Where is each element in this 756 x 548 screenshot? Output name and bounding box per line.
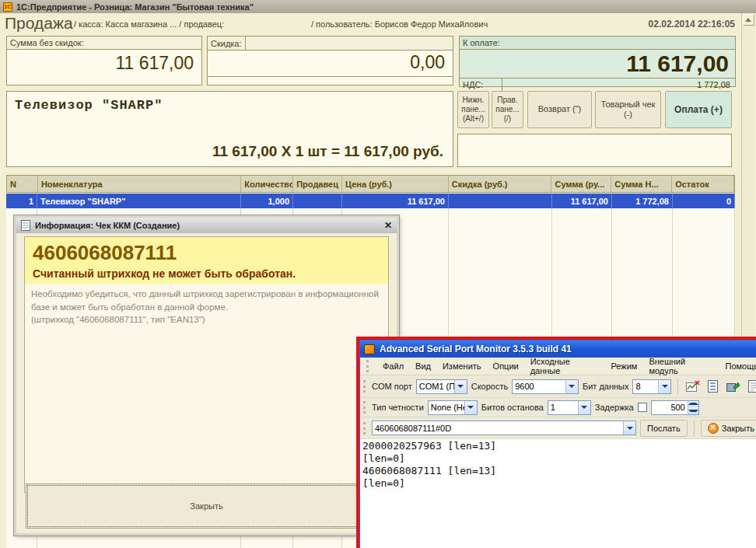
menu-options[interactable]: Опции [493,361,519,371]
chevron-down-icon[interactable] [464,401,477,414]
toolbar-separator [677,379,678,394]
menu-file[interactable]: Файл [383,361,404,371]
message-box [457,134,732,167]
chevron-down-icon[interactable] [623,421,635,435]
column-header-sum-vat[interactable]: Сумма Н... [611,176,672,192]
send-data-input[interactable]: 4606068087111#0D [372,421,636,435]
window-title: 1С:Предприятие - Розница: Магазин "Бытов… [16,2,254,12]
serial-titlebar[interactable]: Advanced Serial Port Monitor 3.5.3 build… [360,340,756,358]
row-cell-discount [449,194,552,208]
spin-up-icon[interactable] [688,401,698,408]
serial-close-button[interactable]: ✕ Закрыть [701,420,756,437]
log-icon[interactable] [745,379,756,394]
payment-button[interactable]: Оплата (+) [665,91,732,128]
parity-label: Тип четности [372,403,424,412]
stop-bits-value: 1 [548,403,578,412]
serial-output-log[interactable]: 2000020257963 [len=13] [len=0] 460606808… [360,439,756,548]
parity-select[interactable]: None (Не [428,400,478,415]
menu-edit[interactable]: Изменить [443,361,481,371]
delay-checkbox[interactable] [638,403,647,412]
delay-spinner[interactable]: 500 [651,400,699,415]
serial-toolbar-parity: Тип четности None (Не Битов останова 1 З… [360,398,756,417]
menu-plugin[interactable]: Внешний модуль [649,357,713,375]
column-header-quantity[interactable]: Количество [241,176,293,192]
vat-label: НДС: [460,79,502,91]
output-line: 4606068087111 [len=13] [362,465,756,477]
close-circle-icon: ✕ [708,423,719,434]
column-header-price[interactable]: Цена (руб.) [342,176,449,192]
right-panel-button[interactable]: Прав. пане... (/) [492,91,523,128]
dialog-titlebar[interactable]: Информация: Чек ККМ (Создание) ✕ [16,218,397,233]
data-format-icon[interactable] [705,379,721,394]
page-title: Продажа [5,14,73,33]
discount-panel: Скидка: 0,00 [207,36,453,86]
chevron-down-icon[interactable] [578,401,590,414]
sales-receipt-button[interactable]: Товарный чек (-) [595,91,661,128]
scroll-up-button[interactable] [743,14,754,26]
menu-help[interactable]: Помощь [726,361,756,371]
toolbar-grip [363,380,366,393]
com-port-value: COM1 (П [417,382,454,391]
chevron-down-icon[interactable] [658,380,670,393]
error-description: Необходимо убедиться, что данный штрихко… [25,284,388,330]
items-table-header: N Номенклатура Количество Продавец Цена … [6,175,735,193]
dialog-close-icon[interactable]: ✕ [384,220,392,231]
serial-port-monitor-window: Advanced Serial Port Monitor 3.5.3 build… [356,337,756,548]
column-header-stock[interactable]: Остаток [672,176,734,192]
sum-without-discount-label: Сумма без скидок: [7,37,201,50]
row-cell-n: 1 [6,194,37,208]
parity-value: None (Не [429,403,464,412]
column-header-seller[interactable]: Продавец [293,176,342,192]
column-header-sum[interactable]: Сумма (ру... [551,176,611,192]
spin-down-icon[interactable] [688,407,698,414]
data-bits-select[interactable]: 8 [632,379,671,394]
return-button[interactable]: Возврат (") [527,91,592,128]
serial-window-frame: Advanced Serial Port Monitor 3.5.3 build… [359,340,756,548]
menu-mode[interactable]: Режим [611,361,637,371]
send-button-label: Послать [647,424,681,433]
menu-view[interactable]: Вид [415,361,431,371]
column-header-discount[interactable]: Скидка (руб.) [449,176,552,192]
bottom-panel-button[interactable]: Нижн. пане... (Alt+/) [457,91,489,128]
column-header-nomenclature[interactable]: Номенклатура [38,176,241,192]
delay-label: Задержка [595,403,634,412]
chevron-down-icon[interactable] [565,380,578,393]
vat-row: НДС: 1 772,08 [460,78,735,91]
com-port-select[interactable]: COM1 (П [416,379,467,394]
flow-control-icon[interactable] [725,379,741,394]
speed-select[interactable]: 9600 [512,379,579,394]
vat-value: 1 772,08 [502,80,735,89]
row-cell-sum-vat: 1 772,08 [612,194,673,208]
output-line: [len=0] [362,452,756,465]
scanned-barcode-value: 4606068087111 [33,242,380,265]
chevron-down-icon[interactable] [454,380,467,393]
stop-bits-label: Битов останова [481,403,544,412]
stop-bits-select[interactable]: 1 [548,400,591,415]
toolbar-separator [694,421,695,436]
dialog-close-button[interactable]: Закрыть [26,483,387,529]
row-cell-seller [293,194,342,208]
send-data-value: 4606068087111#0D [373,424,623,433]
current-datetime: 02.02.2014 22:16:05 [649,19,735,30]
discount-label-spacer [246,37,453,50]
serial-window-title: Advanced Serial Port Monitor 3.5.3 build… [380,344,572,354]
com-port-label: COM порт [372,382,412,391]
barcode-message-panel: 4606068087111 Считанный штрихкод не може… [24,236,389,493]
display-product-name: Телевизор "SHARP" [15,98,445,113]
toolbar-grip [366,360,369,372]
discount-extra-row [208,76,453,85]
discount-label: Скидка: [208,37,246,50]
send-button[interactable]: Послать [640,420,688,437]
spinner-buttons[interactable] [688,401,698,414]
plot-icon[interactable] [684,379,701,394]
menu-source-data[interactable]: Исходные данные [530,357,600,375]
row-cell-price: 11 617,00 [342,194,449,208]
table-row-selected[interactable]: 1 Телевизор "SHARP" 1,000 11 617,00 11 6… [6,194,735,208]
sum-without-discount-panel: Сумма без скидок: 11 617,00 [6,36,202,86]
serial-menubar: Файл Вид Изменить Опции Исходные данные … [360,358,756,375]
column-header-n[interactable]: N [7,176,38,192]
to-pay-panel: К оплате: 11 617,00 НДС: 1 772,08 [459,36,736,87]
breadcrumb-user: / пользователь: Борисов Федор Михайлович [311,19,488,29]
data-bits-value: 8 [633,382,658,391]
pos-application-window: 1С 1С:Предприятие - Розница: Магазин "Бы… [0,0,756,548]
